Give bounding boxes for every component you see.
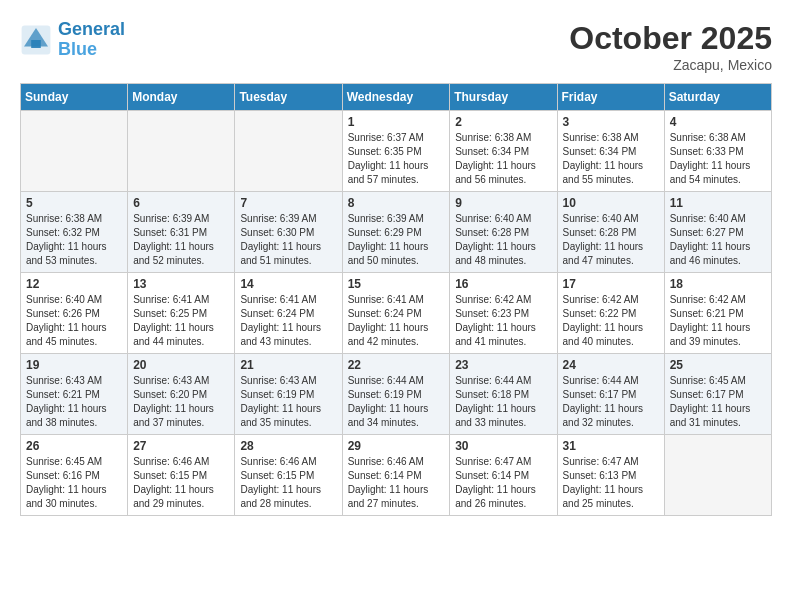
calendar-cell: 2Sunrise: 6:38 AM Sunset: 6:34 PM Daylig…: [450, 111, 557, 192]
day-number: 4: [670, 115, 766, 129]
calendar-cell: 5Sunrise: 6:38 AM Sunset: 6:32 PM Daylig…: [21, 192, 128, 273]
day-info: Sunrise: 6:38 AM Sunset: 6:33 PM Dayligh…: [670, 131, 766, 187]
logo-icon: [20, 24, 52, 56]
calendar-header: SundayMondayTuesdayWednesdayThursdayFrid…: [21, 84, 772, 111]
header-thursday: Thursday: [450, 84, 557, 111]
calendar-cell: 30Sunrise: 6:47 AM Sunset: 6:14 PM Dayli…: [450, 435, 557, 516]
month-title: October 2025: [569, 20, 772, 57]
day-number: 16: [455, 277, 551, 291]
location: Zacapu, Mexico: [569, 57, 772, 73]
calendar-cell: 25Sunrise: 6:45 AM Sunset: 6:17 PM Dayli…: [664, 354, 771, 435]
day-number: 15: [348, 277, 445, 291]
header-row: SundayMondayTuesdayWednesdayThursdayFrid…: [21, 84, 772, 111]
day-number: 20: [133, 358, 229, 372]
header-friday: Friday: [557, 84, 664, 111]
day-number: 14: [240, 277, 336, 291]
day-info: Sunrise: 6:46 AM Sunset: 6:14 PM Dayligh…: [348, 455, 445, 511]
calendar-cell: 10Sunrise: 6:40 AM Sunset: 6:28 PM Dayli…: [557, 192, 664, 273]
calendar-cell: 6Sunrise: 6:39 AM Sunset: 6:31 PM Daylig…: [128, 192, 235, 273]
day-number: 5: [26, 196, 122, 210]
day-info: Sunrise: 6:43 AM Sunset: 6:21 PM Dayligh…: [26, 374, 122, 430]
day-info: Sunrise: 6:45 AM Sunset: 6:17 PM Dayligh…: [670, 374, 766, 430]
calendar-cell: 17Sunrise: 6:42 AM Sunset: 6:22 PM Dayli…: [557, 273, 664, 354]
day-number: 9: [455, 196, 551, 210]
week-row-4: 26Sunrise: 6:45 AM Sunset: 6:16 PM Dayli…: [21, 435, 772, 516]
day-info: Sunrise: 6:38 AM Sunset: 6:32 PM Dayligh…: [26, 212, 122, 268]
week-row-2: 12Sunrise: 6:40 AM Sunset: 6:26 PM Dayli…: [21, 273, 772, 354]
calendar-cell: 13Sunrise: 6:41 AM Sunset: 6:25 PM Dayli…: [128, 273, 235, 354]
day-info: Sunrise: 6:39 AM Sunset: 6:31 PM Dayligh…: [133, 212, 229, 268]
day-info: Sunrise: 6:44 AM Sunset: 6:18 PM Dayligh…: [455, 374, 551, 430]
calendar-cell: 20Sunrise: 6:43 AM Sunset: 6:20 PM Dayli…: [128, 354, 235, 435]
calendar-cell: [128, 111, 235, 192]
calendar-cell: 8Sunrise: 6:39 AM Sunset: 6:29 PM Daylig…: [342, 192, 450, 273]
day-info: Sunrise: 6:39 AM Sunset: 6:29 PM Dayligh…: [348, 212, 445, 268]
calendar-cell: 19Sunrise: 6:43 AM Sunset: 6:21 PM Dayli…: [21, 354, 128, 435]
day-info: Sunrise: 6:40 AM Sunset: 6:27 PM Dayligh…: [670, 212, 766, 268]
calendar-cell: 23Sunrise: 6:44 AM Sunset: 6:18 PM Dayli…: [450, 354, 557, 435]
calendar-body: 1Sunrise: 6:37 AM Sunset: 6:35 PM Daylig…: [21, 111, 772, 516]
calendar-cell: 14Sunrise: 6:41 AM Sunset: 6:24 PM Dayli…: [235, 273, 342, 354]
calendar-cell: 12Sunrise: 6:40 AM Sunset: 6:26 PM Dayli…: [21, 273, 128, 354]
calendar-cell: 3Sunrise: 6:38 AM Sunset: 6:34 PM Daylig…: [557, 111, 664, 192]
day-number: 12: [26, 277, 122, 291]
day-info: Sunrise: 6:37 AM Sunset: 6:35 PM Dayligh…: [348, 131, 445, 187]
header-monday: Monday: [128, 84, 235, 111]
day-info: Sunrise: 6:40 AM Sunset: 6:28 PM Dayligh…: [563, 212, 659, 268]
header-tuesday: Tuesday: [235, 84, 342, 111]
header-sunday: Sunday: [21, 84, 128, 111]
calendar-table: SundayMondayTuesdayWednesdayThursdayFrid…: [20, 83, 772, 516]
calendar-cell: 15Sunrise: 6:41 AM Sunset: 6:24 PM Dayli…: [342, 273, 450, 354]
day-info: Sunrise: 6:44 AM Sunset: 6:17 PM Dayligh…: [563, 374, 659, 430]
calendar-cell: 1Sunrise: 6:37 AM Sunset: 6:35 PM Daylig…: [342, 111, 450, 192]
day-info: Sunrise: 6:41 AM Sunset: 6:24 PM Dayligh…: [240, 293, 336, 349]
calendar-cell: 11Sunrise: 6:40 AM Sunset: 6:27 PM Dayli…: [664, 192, 771, 273]
day-info: Sunrise: 6:40 AM Sunset: 6:26 PM Dayligh…: [26, 293, 122, 349]
day-number: 11: [670, 196, 766, 210]
calendar-cell: 24Sunrise: 6:44 AM Sunset: 6:17 PM Dayli…: [557, 354, 664, 435]
day-info: Sunrise: 6:41 AM Sunset: 6:25 PM Dayligh…: [133, 293, 229, 349]
calendar-cell: 27Sunrise: 6:46 AM Sunset: 6:15 PM Dayli…: [128, 435, 235, 516]
calendar-cell: [21, 111, 128, 192]
day-number: 2: [455, 115, 551, 129]
day-info: Sunrise: 6:38 AM Sunset: 6:34 PM Dayligh…: [563, 131, 659, 187]
calendar-cell: 21Sunrise: 6:43 AM Sunset: 6:19 PM Dayli…: [235, 354, 342, 435]
day-info: Sunrise: 6:47 AM Sunset: 6:13 PM Dayligh…: [563, 455, 659, 511]
calendar-cell: 18Sunrise: 6:42 AM Sunset: 6:21 PM Dayli…: [664, 273, 771, 354]
day-number: 25: [670, 358, 766, 372]
day-info: Sunrise: 6:45 AM Sunset: 6:16 PM Dayligh…: [26, 455, 122, 511]
day-number: 19: [26, 358, 122, 372]
day-info: Sunrise: 6:41 AM Sunset: 6:24 PM Dayligh…: [348, 293, 445, 349]
logo: GeneralBlue: [20, 20, 125, 60]
day-number: 22: [348, 358, 445, 372]
calendar-cell: 28Sunrise: 6:46 AM Sunset: 6:15 PM Dayli…: [235, 435, 342, 516]
day-info: Sunrise: 6:38 AM Sunset: 6:34 PM Dayligh…: [455, 131, 551, 187]
week-row-3: 19Sunrise: 6:43 AM Sunset: 6:21 PM Dayli…: [21, 354, 772, 435]
day-number: 3: [563, 115, 659, 129]
day-info: Sunrise: 6:42 AM Sunset: 6:22 PM Dayligh…: [563, 293, 659, 349]
day-info: Sunrise: 6:42 AM Sunset: 6:21 PM Dayligh…: [670, 293, 766, 349]
calendar-cell: 26Sunrise: 6:45 AM Sunset: 6:16 PM Dayli…: [21, 435, 128, 516]
day-number: 1: [348, 115, 445, 129]
day-number: 26: [26, 439, 122, 453]
day-number: 18: [670, 277, 766, 291]
week-row-0: 1Sunrise: 6:37 AM Sunset: 6:35 PM Daylig…: [21, 111, 772, 192]
calendar-cell: 9Sunrise: 6:40 AM Sunset: 6:28 PM Daylig…: [450, 192, 557, 273]
day-info: Sunrise: 6:40 AM Sunset: 6:28 PM Dayligh…: [455, 212, 551, 268]
calendar-cell: 31Sunrise: 6:47 AM Sunset: 6:13 PM Dayli…: [557, 435, 664, 516]
page-header: GeneralBlue October 2025 Zacapu, Mexico: [20, 20, 772, 73]
calendar-cell: 22Sunrise: 6:44 AM Sunset: 6:19 PM Dayli…: [342, 354, 450, 435]
day-number: 28: [240, 439, 336, 453]
calendar-cell: 7Sunrise: 6:39 AM Sunset: 6:30 PM Daylig…: [235, 192, 342, 273]
svg-rect-2: [31, 40, 41, 48]
header-saturday: Saturday: [664, 84, 771, 111]
day-number: 13: [133, 277, 229, 291]
day-number: 30: [455, 439, 551, 453]
day-number: 24: [563, 358, 659, 372]
day-number: 7: [240, 196, 336, 210]
day-info: Sunrise: 6:44 AM Sunset: 6:19 PM Dayligh…: [348, 374, 445, 430]
day-number: 29: [348, 439, 445, 453]
calendar-cell: 16Sunrise: 6:42 AM Sunset: 6:23 PM Dayli…: [450, 273, 557, 354]
title-block: October 2025 Zacapu, Mexico: [569, 20, 772, 73]
day-info: Sunrise: 6:46 AM Sunset: 6:15 PM Dayligh…: [133, 455, 229, 511]
